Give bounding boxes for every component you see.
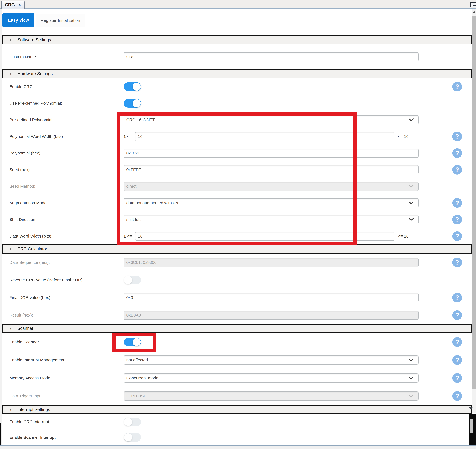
field-row-data-sequence-hex: Data Sequence (hex):? [2,253,472,271]
section-header-hardware-settings[interactable]: ▼Hardware Settings [2,69,472,78]
use-pre-defined-polynomial-toggle[interactable] [124,99,141,108]
memory-access-mode-select[interactable]: Concurrent mode [124,374,419,383]
field-row-enable-crc: Enable CRC? [2,78,472,95]
custom-name-input[interactable] [124,52,419,61]
reverse-crc-value-before-final-xor-toggle[interactable] [124,276,141,284]
toggle-knob [133,83,141,91]
scrollbar-thumb[interactable] [472,16,476,389]
section-header-software-settings[interactable]: ▼Software Settings [2,35,472,44]
section-title: CRC Calculator [17,247,47,252]
section-header-crc-calculator[interactable]: ▼CRC Calculator [2,244,472,253]
document-tab-crc[interactable]: CRC × [1,0,25,9]
field-label: Seed Method: [9,184,124,189]
field-label: Memory Access Mode [9,376,124,380]
field-label: Polynomial Word Width (bits) [9,134,124,139]
help-icon[interactable]: ? [452,165,462,174]
enable-interrupt-management-select[interactable]: not affected [124,355,419,365]
chevron-down-icon [409,358,414,362]
collapse-arrow-icon: ▼ [9,408,12,411]
collapse-arrow-icon: ▼ [9,72,12,75]
help-icon[interactable]: ? [452,148,462,158]
help-icon[interactable]: ? [452,355,462,365]
tab-register-initialization[interactable]: Register Initialization [36,14,85,27]
close-icon[interactable]: × [18,3,21,7]
field-label: Enable Scanner Interrupt [9,435,124,440]
field-row-enable-interrupt-management: Enable Interrupt Managementnot affected? [2,351,472,369]
scroll-down-icon[interactable] [469,407,473,410]
field-label: Data Trigger Input [9,394,124,398]
result-hex-input [124,311,419,320]
toggle-knob [124,418,132,426]
window-artifact-gray-bar [470,419,473,433]
panel-left-gutter [0,9,2,445]
data-trigger-input-select: LFINTOSC [124,391,419,401]
select-value: not affected [126,358,148,362]
help-icon[interactable]: ? [452,373,462,383]
help-icon[interactable]: ? [452,258,462,267]
section-title: Scanner [17,326,33,331]
help-icon[interactable]: ? [452,293,462,302]
field-row-final-xor-value-hex: Final XOR value (hex):? [2,289,472,306]
section-title: Interrupt Settings [17,407,50,412]
section-crc-calculator: ▼CRC CalculatorData Sequence (hex):?Reve… [2,244,472,324]
help-icon[interactable]: ? [452,310,462,320]
collapse-arrow-icon: ▼ [9,38,12,41]
section-software-settings: ▼Software SettingsCustom Name [2,35,472,69]
field-row-use-pre-defined-polynomial: Use Pre-defined Polynomial: [2,95,472,112]
window-restore-dash [473,5,476,6]
document-tab-bar: CRC × [0,0,476,9]
section-scanner: ▼ScannerEnable Scanner?Enable Interrupt … [2,324,472,405]
range-upper-bound: <= 16 [398,234,409,238]
field-label: Custom Name [9,55,124,59]
chevron-down-icon [409,201,414,205]
field-label: Result (hex): [9,313,124,317]
help-icon[interactable]: ? [452,198,462,208]
enable-crc-toggle[interactable] [124,82,141,91]
field-label: Enable CRC [9,84,124,89]
help-icon[interactable]: ? [452,337,462,347]
section-header-scanner[interactable]: ▼Scanner [2,324,472,333]
field-row-enable-scanner: Enable Scanner? [2,333,472,351]
toggle-knob [124,433,132,441]
help-icon[interactable]: ? [452,231,462,241]
toggle-knob [133,99,141,107]
field-label: Pre-defined Polynomial: [9,117,124,122]
field-row-result-hex: Result (hex):? [2,306,472,324]
tab-easy-view[interactable]: Easy View [2,13,34,27]
help-icon[interactable]: ? [452,132,462,141]
collapse-arrow-icon: ▼ [9,248,12,251]
toggle-knob [124,276,132,284]
field-row-enable-scanner-interrupt: Enable Scanner Interrupt [2,430,472,445]
field-label: Final XOR value (hex): [9,295,124,300]
help-icon[interactable]: ? [452,82,462,92]
select-value: LFINTOSC [126,394,147,398]
field-label: Enable Interrupt Management [9,358,124,362]
chevron-down-icon [409,117,414,122]
chevron-down-icon [409,217,414,222]
field-row-custom-name: Custom Name [2,44,472,69]
highlight-box-hardware-configuration-fields [117,112,357,245]
help-icon[interactable]: ? [452,391,462,401]
document-tab-title: CRC [5,2,15,7]
highlight-box-enable-scanner-toggle [112,333,156,352]
field-label: Enable Scanner [9,340,124,344]
field-label: Augmentation Mode [9,201,124,205]
window-restore-icon[interactable] [470,2,476,7]
field-label: Shift Direction [9,217,124,222]
field-row-reverse-crc-value-before-final-xor: Reverse CRC value (Before Final XOR): [2,271,472,289]
section-title: Software Settings [17,37,51,42]
chevron-down-icon [409,184,414,189]
field-label: Enable CRC Interrupt [9,420,124,424]
field-row-enable-crc-interrupt: Enable CRC Interrupt [2,414,472,430]
final-xor-value-hex-input[interactable] [124,293,419,302]
field-label: Data Sequence (hex): [9,260,124,265]
field-row-data-trigger-input: Data Trigger InputLFINTOSC? [2,387,472,405]
help-icon[interactable]: ? [452,215,462,224]
select-value: Concurrent mode [126,376,159,380]
scroll-up-icon[interactable] [473,11,476,13]
section-header-interrupt-settings[interactable]: ▼Interrupt Settings [2,405,472,414]
field-label: Polynomial (hex): [9,151,124,155]
bottom-strip [0,446,476,449]
enable-crc-interrupt-toggle[interactable] [124,418,141,426]
enable-scanner-interrupt-toggle[interactable] [124,433,141,442]
